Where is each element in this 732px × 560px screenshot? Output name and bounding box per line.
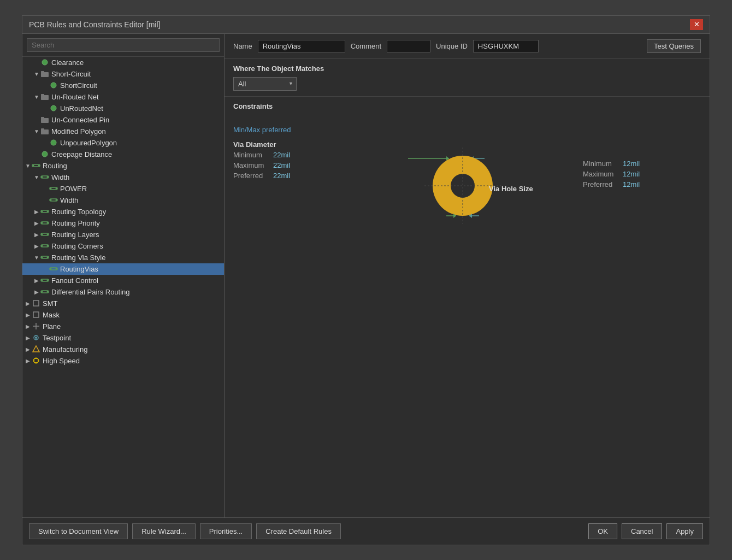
tree-item-creepage[interactable]: Creepage Distance bbox=[22, 149, 224, 160]
tree-item-fanout-control[interactable]: ▶ Fanout Control bbox=[22, 275, 224, 286]
switch-doc-view-button[interactable]: Switch to Document View bbox=[29, 523, 128, 539]
priorities-button[interactable]: Priorities... bbox=[200, 523, 252, 539]
apply-button[interactable]: Apply bbox=[666, 523, 703, 539]
comment-input[interactable] bbox=[387, 40, 430, 52]
where-dropdown[interactable]: All Net Net Class Layer Net and Layer bbox=[233, 77, 297, 91]
left-panel: Clearance ▼ Short-Circuit ShortC bbox=[22, 34, 225, 517]
comment-label: Comment bbox=[351, 42, 381, 50]
tree-item-un-connected-pin[interactable]: Un-Connected Pin bbox=[22, 114, 224, 126]
uid-input[interactable] bbox=[473, 40, 539, 52]
tree-item-modified-polygon[interactable]: ▼ Modified Polygon bbox=[22, 126, 224, 137]
tree-item-unpouredpolygon[interactable]: UnpouredPolygon bbox=[22, 137, 224, 149]
tree-label: Un-Routed Net bbox=[51, 93, 99, 101]
tree-item-routing-via-style[interactable]: ▼ Routing Via Style bbox=[22, 252, 224, 263]
green-icon bbox=[40, 58, 50, 66]
diameter-preferred-value: 22mil bbox=[273, 172, 290, 180]
tree-item-un-routed-net[interactable]: ▼ Un-Routed Net bbox=[22, 91, 224, 103]
expand-arrow: ▶ bbox=[25, 334, 31, 341]
diameter-maximum-label: Maximum bbox=[233, 161, 269, 169]
create-default-rules-button[interactable]: Create Default Rules bbox=[256, 523, 341, 539]
tree-item-routing-corners[interactable]: ▶ Routing Corners bbox=[22, 240, 224, 252]
tree-item-routing-priority[interactable]: ▶ Routing Priority bbox=[22, 217, 224, 229]
ok-button[interactable]: OK bbox=[588, 523, 617, 539]
tree-item-smt[interactable]: ▶ SMT bbox=[22, 298, 224, 309]
route-icon bbox=[40, 231, 50, 238]
expand-arrow: ▼ bbox=[33, 128, 40, 134]
svg-rect-5 bbox=[41, 94, 44, 96]
route-icon bbox=[40, 276, 50, 284]
tree-item-mask[interactable]: ▶ Mask bbox=[22, 309, 224, 321]
tree-item-high-speed[interactable]: ▶ High Speed bbox=[22, 355, 224, 367]
tree-label: Fanout Control bbox=[51, 276, 98, 285]
diameter-minimum-value: 22mil bbox=[273, 151, 290, 159]
route-icon bbox=[49, 185, 58, 192]
route-icon bbox=[40, 173, 50, 181]
hole-preferred-label: Preferred bbox=[583, 180, 618, 188]
tree-item-routing-layers[interactable]: ▶ Routing Layers bbox=[22, 229, 224, 240]
tree-item-width[interactable]: ▼ Width bbox=[22, 172, 224, 183]
expand-arrow: ▶ bbox=[33, 231, 40, 238]
tree-item-short-circuit[interactable]: ▼ Short-Circuit bbox=[22, 68, 224, 80]
hole-preferred-row: Preferred 12mil bbox=[583, 179, 681, 190]
svg-rect-49 bbox=[33, 300, 39, 306]
rule-name-input[interactable] bbox=[258, 40, 345, 52]
manufacturing-icon bbox=[31, 345, 41, 353]
tree-item-width-child[interactable]: Width bbox=[22, 194, 224, 206]
cancel-button[interactable]: Cancel bbox=[622, 523, 662, 539]
expand-arrow: ▶ bbox=[25, 346, 31, 352]
tree-item-diff-pairs[interactable]: ▶ Differential Pairs Routing bbox=[22, 286, 224, 298]
tree-item-routing-vias[interactable]: RoutingVias bbox=[22, 263, 224, 275]
main-content: Clearance ▼ Short-Circuit ShortC bbox=[22, 34, 710, 517]
smt-icon bbox=[31, 299, 41, 307]
expand-arrow bbox=[42, 266, 49, 272]
tree-label: ShortCircuit bbox=[60, 81, 97, 90]
diameter-preferred-row: Preferred 22mil bbox=[233, 170, 332, 181]
svg-marker-55 bbox=[33, 346, 39, 352]
svg-point-44 bbox=[42, 280, 43, 281]
constraints-section: Constraints Min/Max preferred Via Diamet… bbox=[225, 97, 710, 517]
svg-point-14 bbox=[33, 165, 34, 167]
uid-label: Unique ID bbox=[436, 42, 468, 50]
tree-label: Routing Priority bbox=[51, 219, 100, 227]
tree-label: Routing Corners bbox=[51, 242, 103, 250]
rule-wizard-button[interactable]: Rule Wizard... bbox=[132, 523, 196, 539]
svg-point-47 bbox=[42, 291, 43, 293]
tree-label: High Speed bbox=[43, 357, 80, 365]
svg-point-17 bbox=[42, 176, 43, 178]
svg-rect-4 bbox=[41, 95, 49, 100]
svg-point-23 bbox=[50, 199, 52, 201]
tree-item-plane[interactable]: ▶ Plane bbox=[22, 321, 224, 332]
diameter-preferred-label: Preferred bbox=[233, 172, 269, 180]
tree-item-routing[interactable]: ▼ Routing bbox=[22, 160, 224, 172]
testpoint-icon bbox=[31, 334, 41, 341]
constraints-title: Constraints bbox=[233, 102, 701, 110]
close-button[interactable]: ✕ bbox=[690, 19, 703, 30]
tree-label: Creepage Distance bbox=[51, 150, 112, 158]
search-bar bbox=[22, 34, 224, 57]
svg-rect-57 bbox=[34, 359, 38, 362]
expand-arrow bbox=[42, 139, 49, 146]
tree-item-unroutednet[interactable]: UnRoutedNet bbox=[22, 103, 224, 114]
expand-arrow: ▶ bbox=[33, 208, 40, 215]
expand-arrow bbox=[33, 59, 40, 66]
search-input[interactable] bbox=[27, 38, 220, 52]
expand-arrow: ▶ bbox=[25, 311, 31, 318]
svg-point-11 bbox=[51, 140, 56, 145]
test-queries-button[interactable]: Test Queries bbox=[647, 39, 701, 53]
tree-item-power[interactable]: POWER bbox=[22, 183, 224, 194]
plane-icon bbox=[31, 322, 41, 330]
expand-arrow: ▼ bbox=[33, 70, 40, 77]
via-diameter-title: Via Diameter bbox=[233, 140, 332, 149]
expand-arrow bbox=[42, 185, 49, 192]
tree-item-manufacturing[interactable]: ▶ Manufacturing bbox=[22, 344, 224, 355]
minmax-label: Min/Max preferred bbox=[233, 126, 332, 134]
svg-point-38 bbox=[42, 257, 43, 258]
tree-item-shortcircuit[interactable]: ShortCircuit bbox=[22, 80, 224, 91]
svg-point-41 bbox=[50, 268, 52, 270]
via-hole-group: Minimum 12mil Maximum 12mil Preferred 12… bbox=[583, 158, 681, 190]
tree-item-routing-topology[interactable]: ▶ Routing Topology bbox=[22, 206, 224, 217]
tree-label: SMT bbox=[43, 299, 57, 308]
hole-maximum-row: Maximum 12mil bbox=[583, 169, 681, 179]
tree-item-clearance[interactable]: Clearance bbox=[22, 57, 224, 68]
tree-item-testpoint[interactable]: ▶ Testpoint bbox=[22, 332, 224, 344]
